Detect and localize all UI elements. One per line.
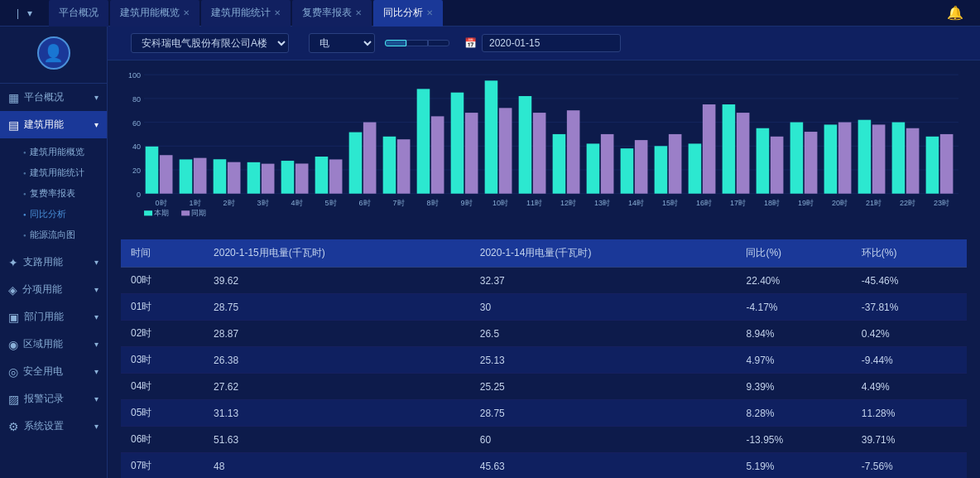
nav-tab[interactable]: 同比分析✕ [373,0,443,27]
table-row: 05时31.1328.758.28%11.28% [121,400,967,427]
sidebar-item-label: 安全用电 [23,365,63,379]
sidebar-item[interactable]: ▦ 平台概况 ▾ [0,84,107,111]
bar-current [281,161,295,194]
svg-text:5时: 5时 [325,199,337,207]
period-btn-group [385,40,449,46]
category-select[interactable]: 电 [309,33,375,53]
bar-current [451,93,464,194]
sidebar-item-single[interactable]: ◈ 分项用能 ▾ [0,276,107,303]
table-header: 时间 [121,239,204,268]
btn-day[interactable] [385,40,406,46]
nav-tab-close[interactable]: ✕ [183,8,190,17]
table-row: 07时4845.635.19%-7.56% [121,453,967,479]
cell-prev: 30 [470,294,737,321]
sidebar-icon: ⚙ [8,420,19,433]
cell-curr: 31.13 [204,400,470,427]
sidebar-item[interactable]: ◉ 区域用能 ▾ [0,331,107,358]
sidebar-menu: ▦ 平台概况 ▾ ▤ 建筑用能 ▾ 建筑用能概览建筑用能统计复费率报表同比分析能… [0,84,107,478]
building-select[interactable]: 安科瑞电气股份有限公司A楼 [131,33,289,53]
nav-tab-label: 同比分析 [383,6,423,20]
notification-icon[interactable]: 🔔 [947,5,963,21]
sidebar-sub-item[interactable]: 同比分析 [17,204,107,225]
bar-current [417,89,430,193]
sidebar-item-single[interactable]: ▦ 平台概况 ▾ [0,84,107,111]
sidebar-arrow-down: ▾ [94,340,98,349]
sidebar-item-parent[interactable]: ▤ 建筑用能 ▾ [0,111,107,138]
cell-qoq: 11.28% [852,400,967,427]
table-row: 02时28.8726.58.94%0.42% [121,321,967,347]
sidebar-item[interactable]: ▨ 报警记录 ▾ [0,385,107,413]
nav-tab-close[interactable]: ✕ [426,8,433,17]
sidebar-item[interactable]: ▤ 建筑用能 ▾ 建筑用能概览建筑用能统计复费率报表同比分析能源流向图 [0,111,107,249]
cell-prev: 26.5 [470,321,737,347]
svg-text:16时: 16时 [696,199,712,207]
cell-time: 01时 [121,294,204,321]
chart-area: 0204060801000时1时2时3时4时5时6时7时8时9时10时11时12… [108,60,980,239]
btn-year[interactable] [428,40,449,46]
cell-time: 00时 [121,268,204,294]
data-table: 时间2020-1-15用电量(千瓦时)2020-1-14用电量(千瓦时)同比(%… [121,239,967,478]
nav-tab[interactable]: 平台概况 [49,0,108,27]
sidebar-item[interactable]: ◎ 安全用电 ▾ [0,358,107,385]
sidebar-item-single[interactable]: ◉ 区域用能 ▾ [0,331,107,358]
legend-prev-color [181,210,190,215]
nav-tab-close[interactable]: ✕ [274,8,281,17]
sidebar-item[interactable]: ◈ 分项用能 ▾ [0,276,107,303]
bar-current [485,80,498,193]
sidebar-item-single[interactable]: ✦ 支路用能 ▾ [0,249,107,276]
top-nav-icons: 🔔 [947,5,973,21]
cell-qoq: -7.56% [852,453,967,479]
bar-prev [533,113,546,194]
sidebar-item-single[interactable]: ▨ 报警记录 ▾ [0,385,107,413]
cell-qoq: -9.44% [852,347,967,374]
sidebar-item-label: 部门用能 [24,310,64,324]
cell-yoy: 5.19% [736,453,851,479]
table-row: 04时27.6225.259.39%4.49% [121,374,967,400]
btn-month[interactable] [406,40,428,46]
sidebar-sub-item[interactable]: 建筑用能统计 [17,162,107,183]
sidebar-item-single[interactable]: ⚙ 系统设置 ▾ [0,413,107,440]
sidebar-item-single[interactable]: ◎ 安全用电 ▾ [0,358,107,385]
nav-tab-close[interactable]: ✕ [355,8,362,17]
cell-curr: 27.62 [204,374,470,400]
bar-current [655,146,668,193]
main-content: 安科瑞电气股份有限公司A楼 电 📅 0204060801000时1时2时3时4时… [108,27,980,478]
nav-tab[interactable]: 建筑用能概览✕ [110,0,199,27]
svg-text:15时: 15时 [662,199,678,207]
date-input[interactable] [482,34,621,52]
bar-prev [397,139,411,194]
bar-prev [635,140,648,194]
cell-prev: 25.13 [470,347,737,374]
svg-text:11时: 11时 [526,199,542,207]
bar-current [519,96,532,194]
nav-tab[interactable]: 建筑用能统计✕ [201,0,291,27]
sidebar-sub-item[interactable]: 建筑用能概览 [17,142,107,162]
cell-curr: 28.87 [204,321,470,347]
nav-tab-label: 复费率报表 [302,6,352,20]
nav-tab-label: 建筑用能统计 [211,6,271,20]
avatar: 👤 [37,36,70,70]
sidebar-item[interactable]: ✦ 支路用能 ▾ [0,249,107,276]
bar-current [315,157,329,194]
svg-text:12时: 12时 [560,199,576,207]
sidebar-icon: ✦ [8,256,18,269]
bar-chart: 0204060801000时1时2时3时4时5时6时7时8时9时10时11时12… [121,70,967,236]
sidebar-item-single[interactable]: ▣ 部门用能 ▾ [0,303,107,331]
sidebar-item[interactable]: ▣ 部门用能 ▾ [0,303,107,331]
nav-tab[interactable]: 复费率报表✕ [292,0,372,27]
sidebar: 👤 ▦ 平台概况 ▾ ▤ 建筑用能 ▾ 建筑用能概览建筑用能统计复费率报表同比分… [0,27,108,478]
svg-text:4时: 4时 [291,199,303,207]
bar-current [757,128,770,194]
svg-text:100: 100 [128,71,141,80]
legend-current-color [144,210,152,215]
cell-curr: 28.75 [204,294,470,321]
sidebar-sub-item[interactable]: 能源流向图 [17,225,107,245]
sidebar-item[interactable]: ⚙ 系统设置 ▾ [0,413,107,440]
cell-yoy: 4.97% [736,347,851,374]
sidebar-sub-item[interactable]: 复费率报表 [17,183,107,204]
sidebar-icon: ▨ [8,393,19,406]
bar-current [892,123,906,194]
cell-time: 07时 [121,453,204,479]
bar-current [180,159,193,193]
bar-current [723,104,736,194]
